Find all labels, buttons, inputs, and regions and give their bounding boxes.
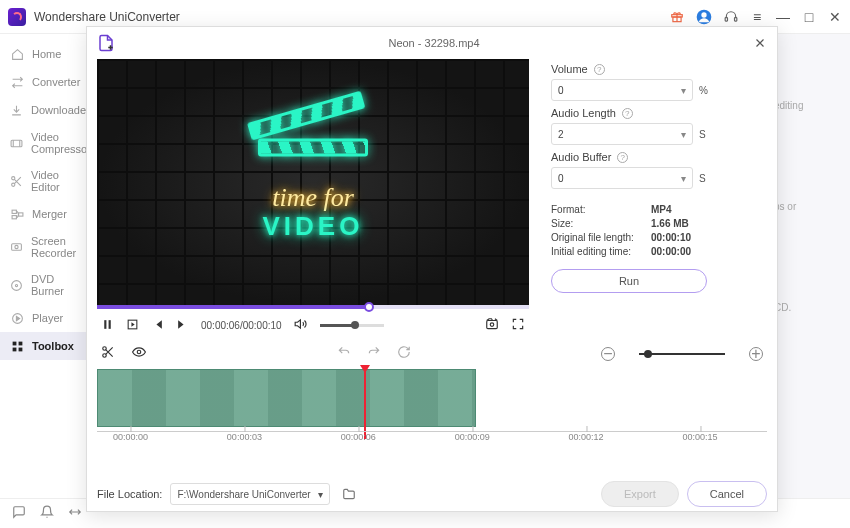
size-label: Size: (551, 218, 651, 229)
audio-length-select[interactable]: 2▾ (551, 123, 693, 145)
volume-unit: % (699, 85, 708, 96)
sidebar-item-editor[interactable]: Video Editor (0, 162, 95, 200)
redo-icon[interactable] (367, 345, 381, 363)
close-window-icon[interactable]: ✕ (828, 9, 842, 25)
svg-rect-17 (12, 341, 16, 345)
sidebar-item-label: DVD Burner (31, 273, 85, 297)
video-clip[interactable] (97, 369, 476, 427)
sidebar-item-merger[interactable]: Merger (0, 200, 95, 228)
sidebar-item-label: Converter (32, 76, 80, 88)
open-folder-button[interactable] (338, 484, 360, 504)
app-title: Wondershare UniConverter (34, 10, 670, 24)
sidebar-item-player[interactable]: Player (0, 304, 95, 332)
tick: 00:00:06 (341, 432, 376, 442)
add-file-icon[interactable] (97, 34, 115, 52)
origlen-label: Original file length: (551, 232, 651, 243)
audio-length-label: Audio Length (551, 107, 616, 119)
sidebar-item-home[interactable]: Home (0, 40, 95, 68)
run-button[interactable]: Run (551, 269, 707, 293)
play-icon (10, 311, 24, 325)
sidebar-item-toolbox[interactable]: Toolbox (0, 332, 95, 360)
sidebar-item-downloader[interactable]: Downloader (0, 96, 95, 124)
volume-select[interactable]: 0▾ (551, 79, 693, 101)
svg-rect-4 (725, 17, 727, 20)
svg-point-25 (490, 323, 494, 327)
svg-point-7 (12, 176, 15, 179)
sidebar-item-compressor[interactable]: Video Compressor (0, 124, 95, 162)
maximize-icon[interactable]: □ (802, 9, 816, 25)
timeline-toolbar: − + (97, 337, 767, 369)
undo-icon[interactable] (337, 345, 351, 363)
format-value: MP4 (651, 204, 672, 215)
svg-rect-21 (104, 320, 106, 329)
tick: 00:00:12 (569, 432, 604, 442)
player-controls: 00:00:06/00:00:10 (97, 309, 529, 337)
file-location-label: File Location: (97, 488, 162, 500)
sidebar-item-label: Video Compressor (31, 131, 91, 155)
pause-button[interactable] (101, 318, 114, 333)
export-button[interactable]: Export (601, 481, 679, 507)
bell-icon[interactable] (40, 505, 54, 523)
svg-rect-6 (11, 140, 22, 147)
user-avatar-icon[interactable] (696, 9, 712, 25)
recorder-icon (10, 240, 23, 254)
chevron-down-icon: ▾ (681, 129, 686, 140)
refresh-icon[interactable] (397, 345, 411, 363)
zoom-out-button[interactable]: − (601, 347, 615, 361)
sidebar-item-label: Toolbox (32, 340, 74, 352)
sidebar-item-converter[interactable]: Converter (0, 68, 95, 96)
menu-icon[interactable]: ≡ (750, 9, 764, 25)
stop-button[interactable] (126, 318, 139, 333)
fullscreen-icon[interactable] (511, 317, 525, 333)
app-logo-icon (8, 8, 26, 26)
svg-rect-20 (18, 347, 22, 351)
editor-modal: Neon - 32298.mp4 time for VIDEO (86, 26, 778, 512)
gift-icon[interactable] (670, 10, 684, 24)
seek-bar[interactable] (97, 305, 529, 309)
transfer-icon[interactable] (68, 505, 82, 523)
edittime-label: Initial editing time: (551, 246, 651, 257)
sidebar-item-label: Downloader (31, 104, 90, 116)
audio-length-unit: S (699, 129, 706, 140)
svg-rect-12 (12, 243, 22, 250)
eye-icon[interactable] (131, 345, 147, 363)
prev-button[interactable] (151, 318, 164, 333)
feedback-icon[interactable] (12, 505, 26, 523)
audio-buffer-unit: S (699, 173, 706, 184)
audio-buffer-select[interactable]: 0▾ (551, 167, 693, 189)
sidebar-item-recorder[interactable]: Screen Recorder (0, 228, 95, 266)
chevron-down-icon: ▾ (681, 173, 686, 184)
next-button[interactable] (176, 318, 189, 333)
disc-icon (10, 278, 23, 292)
headset-icon[interactable] (724, 10, 738, 24)
origlen-value: 00:00:10 (651, 232, 691, 243)
svg-rect-9 (12, 210, 16, 213)
timeline[interactable]: 00:00:00 00:00:03 00:00:06 00:00:09 00:0… (97, 369, 767, 459)
home-icon (10, 47, 24, 61)
volume-icon[interactable] (294, 317, 308, 333)
snapshot-icon[interactable] (485, 317, 499, 333)
volume-slider[interactable] (320, 324, 384, 327)
volume-label: Volume (551, 63, 588, 75)
svg-rect-18 (18, 341, 22, 345)
zoom-slider[interactable] (639, 353, 725, 355)
edittime-value: 00:00:00 (651, 246, 691, 257)
format-label: Format: (551, 204, 651, 215)
tick: 00:00:09 (455, 432, 490, 442)
compressor-icon (10, 136, 23, 150)
minimize-icon[interactable]: — (776, 9, 790, 25)
cut-icon[interactable] (101, 345, 115, 363)
help-icon[interactable]: ? (594, 64, 605, 75)
cancel-button[interactable]: Cancel (687, 481, 767, 507)
close-icon[interactable] (753, 36, 767, 50)
toolbox-icon (10, 339, 24, 353)
video-preview[interactable]: time for VIDEO (97, 59, 529, 305)
zoom-in-button[interactable]: + (749, 347, 763, 361)
file-location-select[interactable]: F:\Wondershare UniConverter▾ (170, 483, 330, 505)
converter-icon (10, 75, 24, 89)
help-icon[interactable]: ? (617, 152, 628, 163)
svg-rect-24 (487, 321, 498, 329)
help-icon[interactable]: ? (622, 108, 633, 119)
sidebar-item-dvd[interactable]: DVD Burner (0, 266, 95, 304)
tick: 00:00:03 (227, 432, 262, 442)
